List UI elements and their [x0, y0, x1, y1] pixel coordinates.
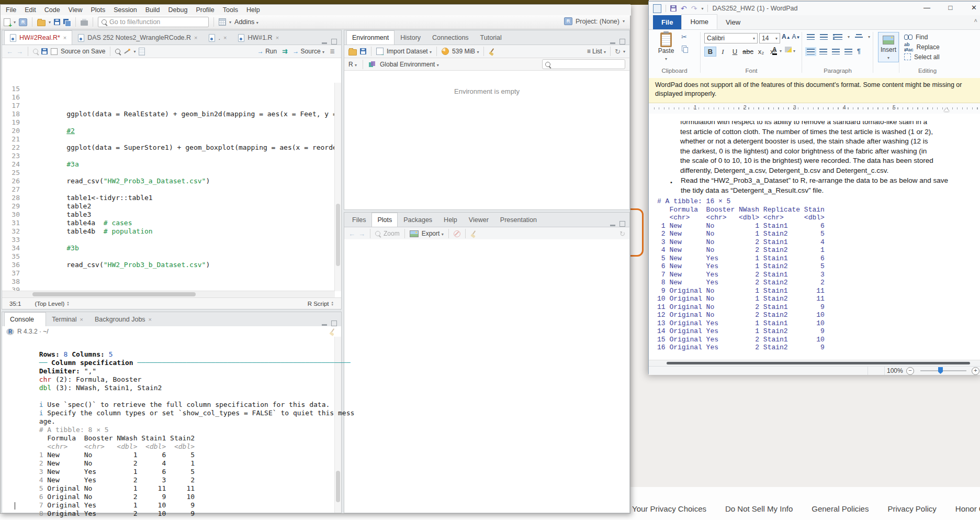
close-icon[interactable]: × — [223, 35, 227, 41]
load-workspace-icon[interactable] — [348, 49, 357, 56]
align-left-icon[interactable] — [807, 49, 815, 54]
zoom-in-button[interactable]: + — [972, 367, 979, 375]
close-icon[interactable]: × — [80, 316, 83, 323]
refresh-icon[interactable]: ↻ — [615, 48, 621, 56]
export-plot-button[interactable]: Export ▾ — [422, 230, 444, 237]
code-tools-icon[interactable] — [123, 48, 130, 55]
files-pane-tab[interactable]: Files — [346, 213, 371, 227]
replace-button[interactable]: ab⇄acReplace — [904, 42, 940, 52]
ribbon-tab[interactable]: File — [653, 15, 681, 29]
editor-hscrollbar[interactable] — [2, 291, 335, 297]
font-style-button[interactable]: U — [729, 47, 740, 56]
quick-access-dropdown-icon[interactable]: ▾ — [701, 6, 703, 11]
editor-tab[interactable]: HW#1.R × — [232, 30, 285, 45]
files-pane-tab[interactable]: Help — [438, 213, 463, 227]
scroll-thumb[interactable] — [32, 292, 196, 296]
memory-usage-button[interactable]: 539 MiB ▾ — [452, 48, 479, 55]
font-style-button[interactable]: abc — [741, 47, 754, 56]
source-button[interactable]: → Source ▾ — [292, 48, 324, 55]
minimize-button[interactable]: — — [915, 2, 939, 15]
environment-search-input[interactable] — [542, 59, 625, 69]
ruler-indent-marker[interactable] — [944, 108, 949, 112]
file-type-selector[interactable]: R Script▲▼ — [308, 301, 334, 307]
clear-objects-icon[interactable] — [489, 48, 495, 55]
code-editor[interactable]: 15 16 ggplot(data = RealEstate) + geom_b… — [2, 83, 335, 291]
footer-link[interactable]: Your Privacy Choices — [632, 504, 706, 513]
language-selector[interactable]: R ▾ — [348, 61, 357, 68]
goto-file-search[interactable]: Go to file/function — [98, 17, 209, 27]
import-dataset-button[interactable]: Import Dataset ▾ — [387, 48, 432, 55]
refresh-icon[interactable]: ↻ — [619, 230, 625, 238]
zoom-slider-track[interactable] — [920, 370, 966, 371]
font-size-select[interactable]: 14▾ — [759, 33, 780, 43]
decrease-indent-icon[interactable] — [807, 34, 815, 40]
highlight-color-button[interactable] — [785, 47, 792, 52]
list-icon[interactable] — [833, 34, 842, 40]
menu-item[interactable]: Session — [109, 5, 141, 15]
zoom-slider-thumb[interactable] — [938, 367, 943, 374]
chevron-down-icon[interactable]: ▾ — [780, 49, 782, 53]
minimize-pane-icon[interactable] — [610, 225, 615, 226]
console-output[interactable]: Rows: 8 Columns: 5 ── Column specificati… — [6, 334, 334, 511]
undo-icon[interactable]: ↶ — [681, 4, 687, 13]
environment-tab[interactable]: Environment — [346, 30, 395, 45]
find-icon[interactable] — [115, 49, 120, 54]
rerun-icon[interactable]: ⇉ — [282, 48, 287, 55]
font-style-button[interactable]: I — [717, 47, 728, 57]
files-pane-tab[interactable]: Presentation — [494, 213, 543, 227]
line-spacing-icon[interactable] — [855, 34, 863, 40]
paste-button[interactable]: Paste ▾ — [654, 32, 678, 65]
chevron-down-icon[interactable]: ▾ — [229, 20, 231, 25]
minimize-pane-icon[interactable] — [322, 42, 327, 44]
maximize-pane-icon[interactable] — [619, 39, 625, 45]
zoom-plot-icon[interactable] — [375, 231, 380, 236]
menu-item[interactable]: Edit — [20, 5, 40, 15]
forward-icon[interactable]: → — [16, 48, 23, 55]
console-tab[interactable]: Console × — [4, 312, 46, 326]
chevron-down-icon[interactable]: ▾ — [49, 20, 51, 25]
menu-item[interactable]: Code — [40, 5, 64, 15]
close-icon[interactable]: × — [63, 35, 66, 41]
console-tab[interactable]: Terminal × — [46, 312, 89, 326]
close-button[interactable]: ✕ — [962, 2, 980, 15]
maximize-pane-icon[interactable] — [619, 221, 625, 227]
increase-indent-icon[interactable] — [820, 34, 828, 40]
save-icon[interactable] — [41, 48, 48, 54]
scroll-thumb[interactable] — [667, 362, 970, 364]
menu-item[interactable]: Plots — [86, 5, 109, 15]
files-pane-tab[interactable]: Packages — [398, 213, 438, 227]
save-icon[interactable] — [54, 19, 60, 25]
close-icon[interactable]: × — [276, 35, 279, 41]
new-file-icon[interactable] — [4, 18, 10, 26]
save-workspace-icon[interactable] — [360, 48, 366, 54]
remove-plot-icon[interactable] — [454, 230, 460, 237]
maximize-button[interactable]: □ — [939, 2, 962, 15]
ribbon-tab[interactable]: Home — [681, 14, 717, 29]
ribbon-tab[interactable]: View — [717, 15, 749, 29]
next-plot-icon[interactable]: → — [358, 230, 365, 237]
files-pane-tab[interactable]: Plots — [371, 213, 398, 227]
maximize-pane-icon[interactable] — [331, 320, 337, 326]
document-area[interactable]: formulation with respect to its ability … — [649, 114, 980, 360]
grow-font-button[interactable]: A▲ — [782, 33, 791, 43]
maximize-pane-icon[interactable] — [331, 39, 337, 45]
popout-icon[interactable] — [33, 49, 38, 54]
footer-link[interactable]: Privacy Policy — [887, 504, 936, 513]
compile-report-icon[interactable] — [139, 48, 145, 56]
scope-selector[interactable]: (Top Level)▲▼ — [35, 301, 69, 307]
menu-item[interactable]: Help — [242, 5, 264, 15]
quick-save-icon[interactable] — [670, 5, 677, 12]
close-icon[interactable]: × — [149, 316, 152, 323]
list-view-button[interactable]: ≡ List ▾ — [587, 48, 606, 55]
menu-item[interactable]: Tools — [219, 5, 242, 15]
chevron-down-icon[interactable]: ▾ — [133, 49, 136, 54]
clear-console-icon[interactable] — [329, 328, 336, 335]
justify-icon[interactable] — [844, 49, 852, 54]
collapse-ribbon-icon[interactable]: ˄ — [974, 17, 977, 24]
insert-button[interactable]: Insert ▾ — [878, 32, 899, 62]
menu-item[interactable]: Debug — [164, 5, 192, 15]
find-button[interactable]: Find — [904, 32, 940, 42]
previous-plot-icon[interactable]: ← — [348, 230, 355, 237]
chevron-down-icon[interactable]: ▾ — [868, 35, 870, 39]
font-name-select[interactable]: Calibri▾ — [704, 33, 758, 43]
